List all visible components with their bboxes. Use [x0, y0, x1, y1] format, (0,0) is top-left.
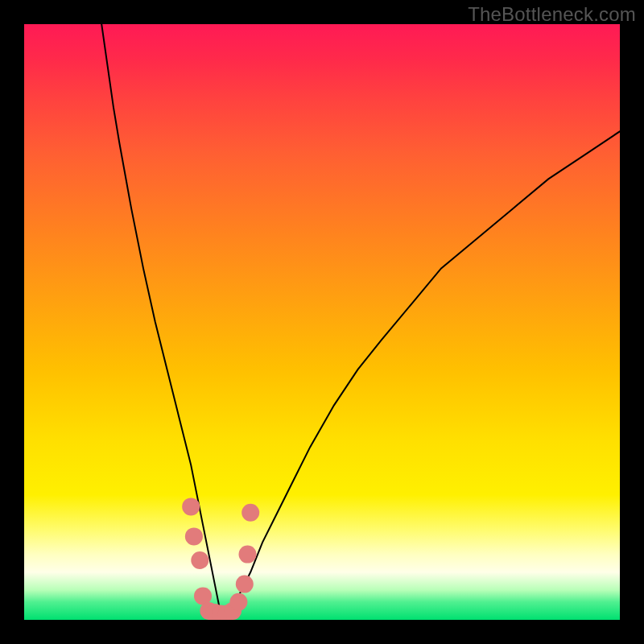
plot-area	[24, 24, 620, 620]
chart-frame: TheBottleneck.com	[0, 0, 644, 644]
watermark-text: TheBottleneck.com	[468, 3, 636, 26]
curve-marker	[191, 551, 208, 569]
curve-markers	[182, 497, 259, 620]
curve-marker	[182, 497, 200, 515]
right-curve	[233, 131, 620, 613]
curve-marker	[242, 504, 259, 522]
curve-marker	[236, 576, 254, 593]
curve-marker	[185, 527, 203, 545]
chart-svg	[24, 24, 620, 620]
curve-marker	[239, 546, 257, 564]
left-curve	[101, 24, 221, 614]
curve-marker	[229, 593, 247, 611]
